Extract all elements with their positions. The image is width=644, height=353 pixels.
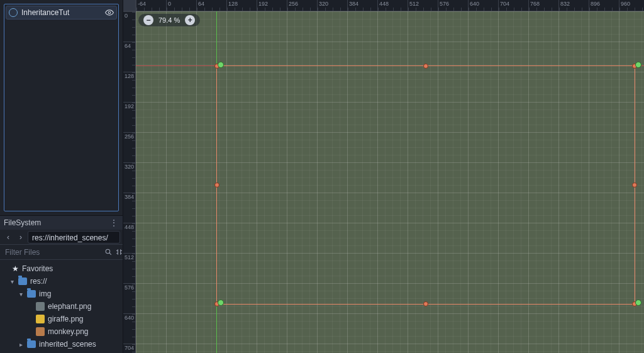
- visibility-toggle-icon[interactable]: [105, 8, 114, 17]
- svg-line-2: [109, 253, 111, 255]
- viewport-2d[interactable]: -640641281922563203844485125766407047688…: [123, 0, 644, 353]
- file-thumbnail: [36, 327, 45, 336]
- file-thumbnail: [36, 302, 45, 311]
- folder-icon: [27, 340, 36, 348]
- favorites-label: Favorites: [22, 264, 53, 273]
- file-row[interactable]: elephant.png: [0, 300, 123, 313]
- zoom-controls: − 79.4 % +: [138, 14, 200, 26]
- node-type-icon: [9, 8, 18, 17]
- svg-point-1: [106, 249, 110, 254]
- svg-point-0: [108, 11, 111, 14]
- folder-icon: [27, 290, 36, 298]
- ruler-horizontal: -640641281922563203844485125766407047688…: [136, 0, 644, 11]
- folder-icon: [18, 277, 27, 285]
- tree-item-label: elephant.png: [48, 302, 91, 311]
- zoom-out-button[interactable]: −: [143, 15, 153, 25]
- file-thumbnail: [36, 315, 45, 323]
- disclosure-icon[interactable]: ▾: [18, 291, 24, 298]
- filesystem-panel: FileSystem ⋮ ‹ › res://inherited_scenes/…: [0, 215, 123, 353]
- search-icon[interactable]: [104, 247, 113, 258]
- filesystem-tree: ★ Favorites ▾res://▾imgelephant.pnggiraf…: [0, 260, 123, 353]
- filesystem-title: FileSystem: [4, 218, 41, 227]
- resize-handle-right[interactable]: [632, 182, 637, 188]
- view-mode-icon[interactable]: [115, 247, 123, 258]
- tree-item-label: img: [39, 289, 51, 298]
- folder-row[interactable]: ▾res://: [0, 275, 123, 288]
- canvas-grid[interactable]: [136, 11, 644, 353]
- resize-handle-top-right[interactable]: [632, 64, 637, 69]
- scene-root-node[interactable]: InheritanceTut: [6, 6, 117, 20]
- resize-handle-bottom[interactable]: [423, 301, 428, 306]
- folder-row[interactable]: ▾img: [0, 288, 123, 300]
- scene-tree-panel: InheritanceTut: [0, 0, 123, 215]
- resize-handle-left[interactable]: [214, 182, 219, 188]
- file-row[interactable]: giraffe.png: [0, 313, 123, 325]
- resize-handle-bottom-left[interactable]: [214, 301, 219, 306]
- tree-item-label: res://: [30, 277, 47, 286]
- zoom-in-button[interactable]: +: [185, 15, 195, 25]
- zoom-level-label: 79.4 %: [158, 16, 180, 24]
- file-row[interactable]: monkey.png: [0, 325, 123, 338]
- scene-root-node-label: InheritanceTut: [21, 8, 101, 17]
- star-icon: ★: [12, 264, 19, 273]
- tree-item-label: monkey.png: [48, 327, 88, 336]
- resize-handle-bottom-right[interactable]: [632, 301, 637, 306]
- nav-back-button[interactable]: ‹: [3, 232, 14, 243]
- disclosure-icon[interactable]: ▾: [9, 278, 15, 285]
- folder-row[interactable]: ▸inherited_scenes: [0, 338, 123, 350]
- tree-item-label: giraffe.png: [48, 315, 84, 323]
- disclosure-icon[interactable]: ▸: [18, 341, 24, 348]
- selection-rect[interactable]: [216, 65, 635, 305]
- resize-handle-top-left[interactable]: [214, 64, 219, 69]
- filter-files-input[interactable]: [3, 246, 102, 259]
- ruler-vertical: 064128192256320384448512576640704: [123, 11, 136, 353]
- nav-forward-button[interactable]: ›: [15, 232, 26, 243]
- panel-menu-icon[interactable]: ⋮: [109, 218, 119, 228]
- favorites-row[interactable]: ★ Favorites: [0, 262, 123, 275]
- resize-handle-top[interactable]: [423, 64, 428, 69]
- ruler-corner: [123, 0, 136, 11]
- tree-item-label: inherited_scenes: [39, 340, 96, 349]
- path-field[interactable]: res://inherited_scenes/: [28, 231, 120, 244]
